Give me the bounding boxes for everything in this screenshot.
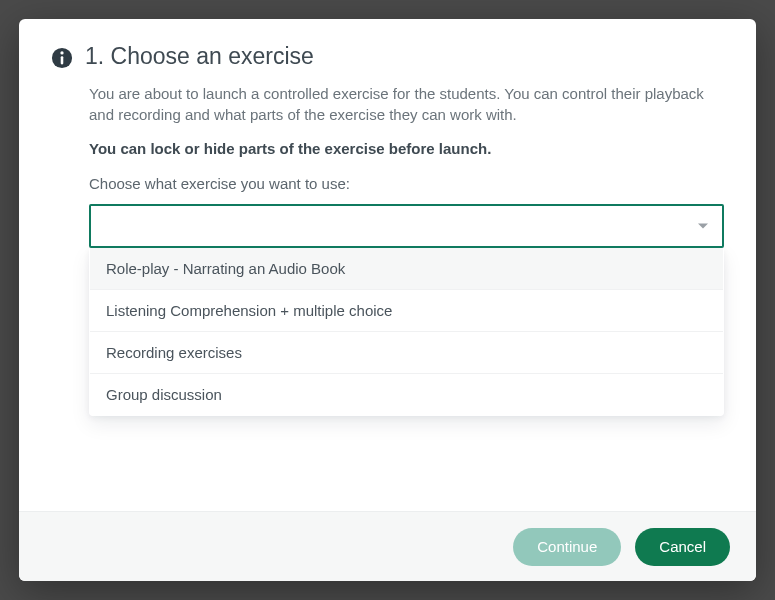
continue-button[interactable]: Continue xyxy=(513,528,621,566)
modal-footer: Continue Cancel xyxy=(19,511,756,581)
modal-body: 1. Choose an exercise You are about to l… xyxy=(19,19,756,511)
exercise-option[interactable]: Recording exercises xyxy=(90,331,723,373)
modal-title-row: 1. Choose an exercise xyxy=(51,43,724,71)
info-circle-icon xyxy=(51,47,73,69)
caret-down-icon xyxy=(698,224,708,229)
modal-bold-line: You can lock or hide parts of the exerci… xyxy=(89,140,724,157)
exercise-option[interactable]: Role-play - Narrating an Audio Book xyxy=(90,248,723,289)
exercise-dropdown: Role-play - Narrating an Audio Book List… xyxy=(89,248,724,416)
svg-rect-1 xyxy=(61,56,64,64)
exercise-select-wrap xyxy=(89,204,724,248)
svg-point-2 xyxy=(60,51,63,54)
exercise-option[interactable]: Group discussion xyxy=(90,373,723,415)
modal-title: 1. Choose an exercise xyxy=(85,43,314,71)
modal-description: You are about to launch a controlled exe… xyxy=(89,83,724,127)
cancel-button[interactable]: Cancel xyxy=(635,528,730,566)
choose-exercise-modal: 1. Choose an exercise You are about to l… xyxy=(19,19,756,581)
select-label: Choose what exercise you want to use: xyxy=(89,175,724,192)
exercise-select[interactable] xyxy=(89,204,724,248)
exercise-option[interactable]: Listening Comprehension + multiple choic… xyxy=(90,289,723,331)
